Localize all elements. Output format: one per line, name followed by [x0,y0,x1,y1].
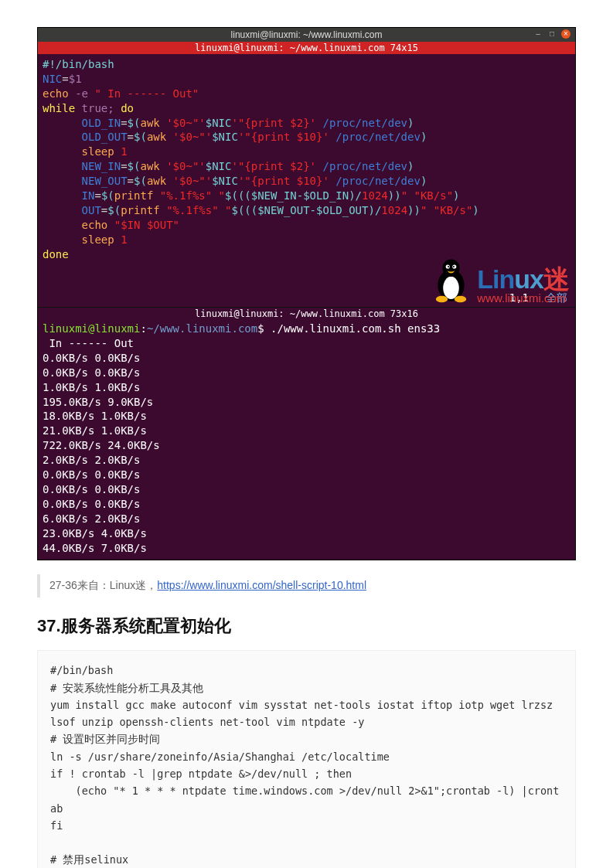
code-block: #/bin/bash # 安装系统性能分析工具及其他 yum install g… [37,650,576,868]
window-controls: – □ × [533,29,570,39]
watermark-logo-text: Linux迷 [477,266,569,292]
svg-point-2 [443,260,460,277]
svg-point-1 [444,277,460,299]
output-row: 0.0KB/s 0.0KB/s [43,483,140,495]
output-row: 722.0KB/s 24.0KB/s [43,439,160,451]
source-quote: 27-36来自：Linux迷，https://www.linuxmi.com/s… [37,574,576,597]
script-editor-pane: #!/bin/bash NIC=$1 echo -e " In ------ O… [38,54,575,307]
svg-point-7 [436,296,448,303]
tux-penguin-icon [430,257,472,304]
output-row: 0.0KB/s 0.0KB/s [43,352,140,364]
terminal-window: linuxmi@linuxmi: ~/www.linuxmi.com – □ ×… [37,27,576,560]
window-title-text: linuxmi@linuxmi: ~/www.linuxmi.com [231,29,383,40]
section-heading: 37.服务器系统配置初始化 [37,614,576,638]
source-link[interactable]: https://www.linuxmi.com/shell-script-10.… [157,579,366,591]
prompt-path: ~/www.linuxmi.com [147,322,257,335]
output-header: In ------ Out [43,337,134,349]
scroll-all-label: 全部 [546,291,567,305]
terminal-output-pane: linuxmi@linuxmi:~/www.linuxmi.com$ ./www… [38,320,575,560]
quote-prefix: 27-36来自：Linux迷， [49,579,157,591]
output-row: 44.0KB/s 7.0KB/s [43,542,147,554]
output-row: 0.0KB/s 0.0KB/s [43,498,140,510]
output-row: 21.0KB/s 1.0KB/s [43,424,147,437]
output-row: 195.0KB/s 9.0KB/s [43,396,153,408]
terminal-titlebar: linuxmi@linuxmi: ~/www.linuxmi.com – □ × [38,28,575,42]
prompt-command: ./www.linuxmi.com.sh ens33 [271,322,440,335]
close-icon[interactable]: × [561,29,570,39]
svg-point-0 [438,270,465,301]
output-row: 18.0KB/s 1.0KB/s [43,410,147,422]
output-row: 23.0KB/s 4.0KB/s [43,527,147,540]
terminal-tab-lower[interactable]: linuxmi@linuxmi: ~/www.linuxmi.com 73x16 [38,307,575,320]
output-row: 6.0KB/s 2.0KB/s [43,512,140,525]
svg-point-3 [446,265,450,269]
output-row: 0.0KB/s 0.0KB/s [43,468,140,481]
cursor-position: 1,1 [509,291,529,305]
svg-point-4 [453,265,457,269]
minimize-icon[interactable]: – [533,29,543,39]
maximize-icon[interactable]: □ [547,29,557,39]
terminal-tab-upper[interactable]: linuxmi@linuxmi: ~/www.linuxmi.com 74x15 [38,42,575,54]
output-row: 1.0KB/s 1.0KB/s [43,381,140,393]
svg-point-5 [448,266,449,267]
svg-point-6 [453,266,455,267]
svg-point-8 [455,296,466,303]
output-row: 2.0KB/s 2.0KB/s [43,454,140,466]
prompt-user: linuxmi@linuxmi [43,322,140,335]
output-row: 0.0KB/s 0.0KB/s [43,366,140,379]
